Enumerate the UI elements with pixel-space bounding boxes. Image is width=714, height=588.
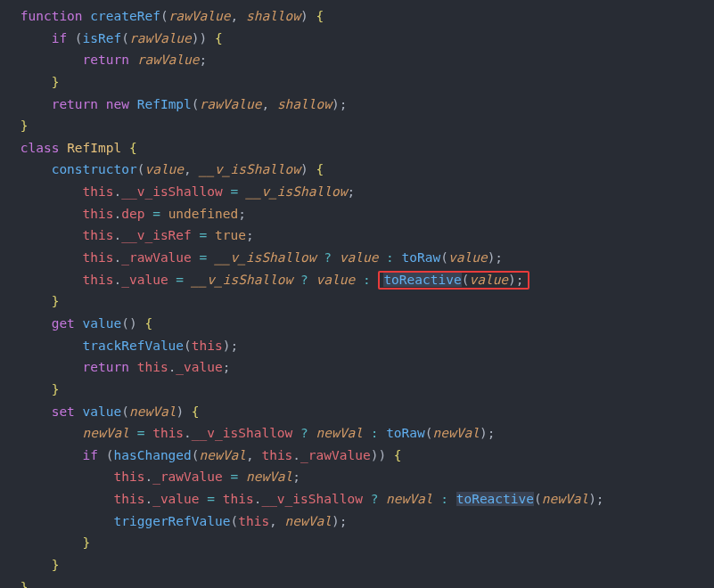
arg-shallow: shallow	[277, 97, 332, 111]
this: this	[261, 448, 292, 462]
fn-isRef: isRef	[83, 31, 122, 45]
class-name-RefImpl: RefImpl	[67, 141, 121, 155]
fn-toRaw: toRaw	[402, 250, 441, 265]
prop-value: _value	[121, 273, 168, 287]
arg-value: value	[448, 250, 488, 265]
prop-v-isShallow: __v_isShallow	[261, 492, 363, 506]
ternary-newVal: newVal	[316, 426, 363, 440]
this: this	[83, 250, 114, 265]
prop-v-isShallow: __v_isShallow	[192, 426, 293, 440]
fn-toReactive: toReactive	[383, 273, 461, 287]
param-newVal: newVal	[129, 404, 176, 419]
prop-dep: dep	[121, 207, 144, 221]
param-shallow: shallow	[246, 9, 300, 23]
highlight-box-toReactive: toReactive(value);	[378, 271, 529, 290]
keyword-set: set	[52, 404, 75, 419]
constructor: constructor	[52, 162, 137, 176]
val-v-isShallow: __v_isShallow	[246, 184, 348, 199]
lit-undefined: undefined	[168, 207, 239, 221]
keyword-get: get	[52, 316, 75, 331]
this: this	[137, 360, 168, 374]
arg-newVal: newVal	[200, 448, 246, 462]
param-value: value	[144, 162, 184, 176]
this: this	[114, 470, 145, 484]
keyword-if: if	[83, 448, 98, 462]
fn-toRaw: toRaw	[386, 426, 425, 440]
arg-newVal: newVal	[433, 426, 480, 440]
arg-newVal: newVal	[542, 492, 588, 506]
setter-value: value	[83, 404, 122, 419]
prop-rawValue: _rawValue	[152, 470, 223, 484]
cond-v-isShallow: __v_isShallow	[215, 250, 316, 265]
prop-value: _value	[176, 360, 222, 374]
this: this	[83, 207, 114, 221]
arg-rawValue: rawValue	[129, 31, 192, 45]
this: this	[192, 339, 223, 353]
fn-toReactive: toReactive	[456, 492, 534, 506]
prop-v-isRef: __v_isRef	[121, 228, 192, 242]
ternary-value: value	[340, 250, 379, 265]
this: this	[223, 492, 254, 506]
this: this	[238, 514, 269, 528]
fn-triggerRefValue: triggerRefValue	[114, 514, 231, 528]
prop-value: _value	[152, 492, 199, 506]
arg-newVal: newVal	[285, 514, 332, 528]
val-newVal: newVal	[246, 470, 292, 484]
this: this	[83, 273, 114, 287]
param-v-isShallow: __v_isShallow	[200, 162, 301, 176]
keyword-if: if	[52, 31, 67, 45]
arg-value: value	[469, 273, 508, 287]
var-newVal: newVal	[83, 426, 129, 440]
prop-rawValue: _rawValue	[121, 250, 192, 265]
param-rawValue: rawValue	[168, 9, 231, 23]
keyword-return: return	[52, 97, 98, 111]
lit-true: true	[215, 228, 246, 242]
ternary-newVal: newVal	[386, 492, 432, 506]
keyword-new: new	[106, 97, 129, 111]
fn-trackRefValue: trackRefValue	[83, 339, 185, 353]
this: this	[152, 426, 184, 440]
this: this	[114, 492, 145, 506]
fn-createRef: createRef	[90, 9, 160, 23]
ternary-value: value	[316, 273, 356, 287]
this: this	[83, 184, 114, 199]
keyword-class: class	[21, 141, 60, 155]
return-rawValue: rawValue	[137, 53, 200, 67]
class-RefImpl: RefImpl	[137, 97, 192, 111]
keyword-return: return	[83, 360, 129, 374]
code-editor[interactable]: function createRef(rawValue, shallow) { …	[0, 0, 714, 588]
prop-rawValue: _rawValue	[300, 448, 371, 462]
keyword-return: return	[83, 53, 129, 67]
cond-v-isShallow: __v_isShallow	[192, 273, 293, 287]
getter-value: value	[83, 316, 122, 331]
prop-v-isShallow: __v_isShallow	[121, 184, 223, 199]
arg-rawValue: rawValue	[200, 97, 262, 111]
this: this	[83, 228, 114, 242]
keyword-function: function	[21, 9, 83, 23]
fn-hasChanged: hasChanged	[114, 448, 192, 462]
